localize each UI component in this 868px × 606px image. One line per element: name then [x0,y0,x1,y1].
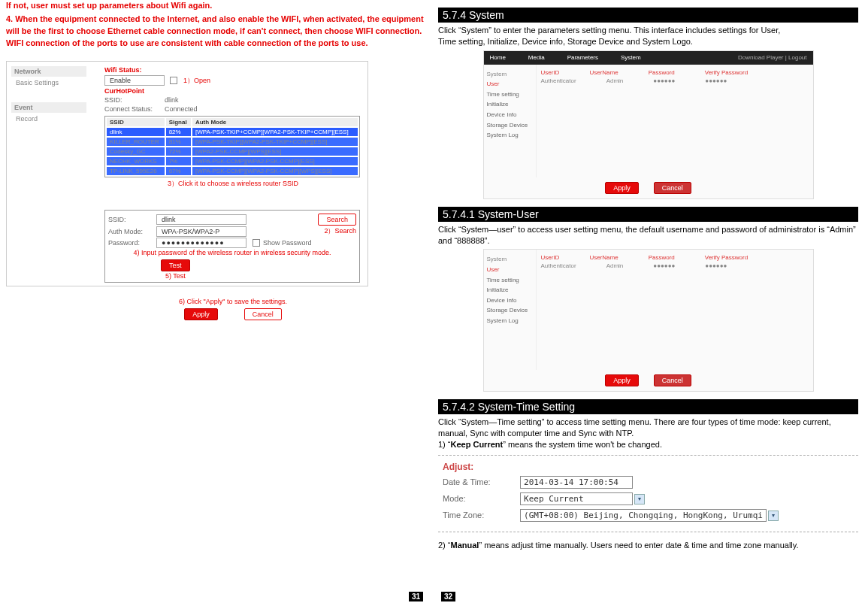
side-network: Network [11,66,86,77]
nav-home[interactable]: Home [490,54,506,61]
ssid-label: SSID: [104,96,165,104]
cell: 72% [166,147,191,156]
apply-button[interactable]: Apply [184,308,218,320]
pwd-input[interactable]: ●●●●●●●●●●●●● [156,238,246,248]
dt-label: Date & Time: [443,477,518,486]
ssid-value: dlink [165,96,179,104]
sys-side: System User Time setting Initialize Devi… [484,65,537,177]
auth-input[interactable]: WPA-PSK/WPA2-P [156,226,246,237]
col2-vpwd: Verify Password [705,254,748,261]
curhot-label: CurHotPoint [104,87,361,95]
pwd-label: Password: [108,239,153,247]
text-574: Click “System” to enter the parameters s… [438,25,858,47]
side2-init[interactable]: Initialize [487,285,533,295]
cell: 67% [166,167,191,175]
page-number: 32 [441,592,455,601]
tz-select[interactable]: (GMT+08:00) Beijing, Chongqing, HongKong… [520,509,767,522]
wifi-area: Wifi Status: Enable 1）Open CurHotPoint S… [104,66,361,320]
th-ssid: SSID [107,118,165,126]
side2-store[interactable]: Storage Device [487,305,533,316]
col-uname: UserName [589,69,618,76]
cell: [WPA-PSK-CCMP][WPA2-PSK-CCMP][ESS] [192,157,358,165]
side-event: Event [11,102,86,113]
side-init[interactable]: Initialize [487,99,533,110]
side-log[interactable]: System Log [487,130,533,141]
tip5: 5) Test [165,272,356,280]
side-time[interactable]: Time setting [487,89,533,100]
row2-pwd: ●●●●●● [653,262,675,269]
enable-input[interactable]: Enable [104,75,165,86]
sys2-cancel-button[interactable]: Cancel [654,374,691,386]
nav-param[interactable]: Parameters [567,54,598,61]
text-line: Click “System” to enter the parameters s… [438,26,780,35]
lower-group: SSID: dlink Search Auth Mode: WPA-PSK/WP… [104,210,360,283]
mode-select[interactable]: Keep Current [520,492,633,505]
warning-text-1: If not, user must set up parameters abou… [6,0,426,12]
table-row[interactable]: Codesky_GC72%[WPA2-PSK-CCMP][WPS][ESS] [107,147,358,156]
left-page: If not, user must set up parameters abou… [0,0,432,606]
nav-media[interactable]: Media [528,54,545,61]
txt: ” means adjust time manually. Users need… [479,541,798,550]
cell: 7% [166,157,191,165]
warning-text-2: 4. When the equipment connected to the I… [6,14,426,50]
heading-5742: 5.7.4.2 System-Time Setting [438,399,858,414]
cell: [WPA2-PSK-CCMP][WPS][ESS] [192,147,358,156]
side-basic: Basic Settings [11,78,86,87]
cancel-button[interactable]: Cancel [244,308,282,320]
col-vpwd: Verify Password [705,69,748,76]
row2-vpwd: ●●●●●● [705,262,727,269]
tip4: 4) Input password of the wireless router… [108,249,356,256]
conn-value: Connected [165,105,198,113]
tip6: 6) Click "Apply" to save the settings. [104,298,361,305]
side2-time[interactable]: Time setting [487,275,533,286]
test-button[interactable]: Test [161,259,190,271]
cell: KILLER_ROUTER [107,138,165,146]
dt-input[interactable]: 2014-03-14 17:00:54 [520,476,633,489]
text-5741: Click “System—user” to access user setti… [438,224,858,247]
text-5742b: 1) “Keep Current” means the system time … [438,439,858,450]
sys-apply-button[interactable]: Apply [605,182,639,194]
tz-label: Time Zone: [443,511,518,520]
shot-side-menu: Network Basic Settings Event Record [11,66,86,123]
side2-dev[interactable]: Device Info [487,295,533,306]
text-line: Time setting, Initialize, Device info, S… [438,37,693,46]
ssid2-label: SSID: [108,216,153,223]
sys-side-title2: System [487,254,533,265]
side2-log[interactable]: System Log [487,316,533,326]
wifi-status-label: Wifi Status: [104,66,361,74]
col2-uid: UserID [541,254,560,261]
chevron-down-icon[interactable]: ▾ [768,511,779,521]
th-auth: Auth Mode [192,118,358,126]
row-admin: Admin [606,77,624,84]
cell: 81% [166,138,191,146]
table-row[interactable]: NECHK_WORKS7%[WPA-PSK-CCMP][WPA2-PSK-CCM… [107,157,358,165]
system-screenshot-1: Home Media Parameters System Download Pl… [483,50,814,199]
side-dev[interactable]: Device Info [487,110,533,120]
sys-side-title: System [487,69,533,80]
sys-topbar: Home Media Parameters System Download Pl… [484,51,813,65]
showpwd-checkbox[interactable] [253,239,260,247]
row2-auth: Authenticator [541,262,576,269]
adjust-box: Adjust: Date & Time: 2014-03-14 17:00:54… [438,455,858,532]
th-signal: Signal [166,118,191,126]
table-row[interactable]: KILLER_ROUTER81%[WPA-PSK-TKIP][WPA2-PSK-… [107,138,358,146]
heading-574: 5.7.4 System [438,8,858,23]
table-row[interactable]: TP-LINK_595E2667%[WPA-PSK-CCMP][WPA2-PSK… [107,167,358,175]
sys-cancel-button[interactable]: Cancel [654,182,691,194]
search-button[interactable]: Search [318,214,356,226]
txt-bold: Manual [451,541,479,550]
ssid2-input[interactable]: dlink [156,214,246,225]
txt: 2) “ [438,541,451,550]
chevron-down-icon[interactable]: ▾ [634,494,645,504]
sys2-apply-button[interactable]: Apply [605,374,639,386]
txt-bold: Keep Current [451,440,504,449]
text-manual: 2) “Manual” means adjust time manually. … [438,540,858,551]
enable-checkbox[interactable] [170,77,177,84]
nav-download[interactable]: Download Player | Logout [738,54,806,61]
side-user[interactable]: User [487,79,533,89]
table-row[interactable]: dlink82%[WPA-PSK-TKIP+CCMP][WPA2-PSK-TKI… [107,128,358,136]
nav-system[interactable]: System [621,54,641,61]
side-store[interactable]: Storage Device [487,120,533,131]
showpwd-label: Show Password [263,239,312,247]
side2-user[interactable]: User [487,265,533,275]
